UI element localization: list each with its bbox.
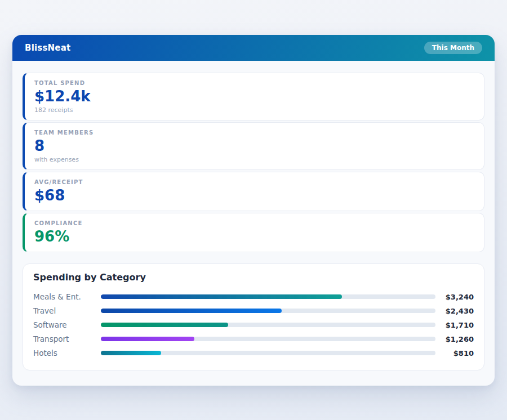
category-value: $1,710	[441, 321, 474, 329]
category-value: $810	[441, 349, 474, 358]
chart-row-travel: Travel $2,430	[33, 304, 474, 318]
bar-fill	[101, 309, 282, 313]
bar-fill	[101, 351, 161, 355]
stat-label: TEAM MEMBERS	[34, 129, 474, 136]
category-label: Hotels	[33, 348, 101, 358]
chart-rows: Meals & Ent. $3,240 Travel $2,430 Softwa…	[33, 290, 474, 360]
bar-fill	[101, 323, 228, 327]
spending-by-category-chart: Spending by Category Meals & Ent. $3,240…	[23, 263, 484, 370]
stat-card-total-spend: TOTAL SPEND $12.4k 182 receipts	[23, 73, 484, 120]
category-label: Travel	[33, 306, 101, 315]
category-label: Software	[33, 320, 101, 329]
category-label: Transport	[33, 334, 101, 343]
bar-track	[101, 323, 435, 327]
bar-fill	[101, 337, 194, 341]
category-value: $3,240	[441, 293, 474, 301]
stat-subtext: 182 receipts	[34, 106, 474, 114]
bar-track	[101, 309, 435, 313]
category-value: $2,430	[441, 307, 474, 315]
chart-row-hotels: Hotels $810	[33, 346, 474, 360]
chart-row-transport: Transport $1,260	[33, 332, 474, 346]
stat-subtext: with expenses	[34, 156, 474, 163]
app-title: BlissNeat	[25, 43, 70, 53]
stat-card-compliance: COMPLIANCE 96%	[23, 213, 484, 252]
dashboard-card: BlissNeat This Month TOTAL SPEND $12.4k …	[12, 35, 495, 386]
category-value: $1,260	[441, 335, 474, 343]
period-badge[interactable]: This Month	[424, 42, 482, 54]
stat-label: TOTAL SPEND	[34, 80, 474, 86]
stat-label: COMPLIANCE	[34, 220, 474, 226]
stat-label: AVG/RECEIPT	[34, 179, 474, 185]
category-label: Meals & Ent.	[33, 292, 101, 301]
dashboard-content: TOTAL SPEND $12.4k 182 receipts TEAM MEM…	[12, 61, 495, 370]
bar-fill	[101, 294, 342, 299]
chart-title: Spending by Category	[33, 272, 474, 283]
bar-track	[101, 351, 435, 355]
chart-row-meals: Meals & Ent. $3,240	[33, 290, 474, 304]
stat-value: 8	[34, 138, 474, 155]
stat-value: $12.4k	[34, 88, 474, 105]
stat-value: 96%	[34, 229, 474, 245]
bar-track	[101, 294, 435, 299]
chart-row-software: Software $1,710	[33, 318, 474, 332]
app-header: BlissNeat This Month	[12, 35, 495, 61]
stat-card-team-members: TEAM MEMBERS 8 with expenses	[23, 122, 484, 170]
stat-card-avg-receipt: AVG/RECEIPT $68	[23, 172, 484, 211]
bar-track	[101, 337, 435, 341]
stat-value: $68	[34, 187, 474, 204]
